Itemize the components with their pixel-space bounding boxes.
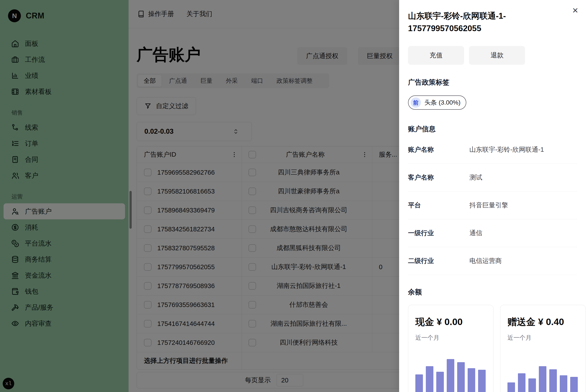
chart-bar bbox=[478, 370, 486, 392]
chart-bar bbox=[549, 369, 557, 392]
policy-badge-label: 头条 (3.00%) bbox=[424, 98, 460, 107]
account-info-fields: 账户名称 山东联宇-彩铃-欣网联通-1 客户名称 测试 平台 抖音巨量引擎 一级… bbox=[408, 136, 577, 275]
chart-bar bbox=[447, 359, 454, 392]
field-industry-l1: 一级行业 通信 bbox=[408, 219, 577, 247]
field-customer-name: 客户名称 测试 bbox=[408, 164, 577, 192]
gift-balance-period: 近一个月 bbox=[508, 334, 578, 342]
chart-bar bbox=[528, 378, 536, 392]
balance-cards: 现金 ¥ 0.00 近一个月 赠送金 ¥ 0.40 近一个月 bbox=[408, 305, 577, 392]
close-icon[interactable]: ✕ bbox=[572, 7, 579, 14]
field-label: 二级行业 bbox=[408, 256, 470, 266]
field-label: 客户名称 bbox=[408, 173, 470, 182]
drawer-title-line2: 1757799570562055 bbox=[408, 22, 553, 35]
field-value: 电信运营商 bbox=[470, 256, 502, 266]
chart-bar bbox=[560, 375, 567, 392]
chart-bar bbox=[457, 362, 465, 392]
chart-bar bbox=[415, 374, 423, 392]
refund-button[interactable]: 退款 bbox=[469, 46, 525, 65]
policy-section-heading: 广告政策标签 bbox=[408, 78, 577, 87]
policy-badge: 前 头条 (3.00%) bbox=[408, 96, 466, 110]
field-account-name: 账户名称 山东联宇-彩铃-欣网联通-1 bbox=[408, 136, 577, 164]
gift-balance-amount: 赠送金 ¥ 0.40 bbox=[508, 315, 578, 329]
policy-badge-prefix: 前 bbox=[411, 98, 421, 108]
field-value: 测试 bbox=[470, 173, 482, 182]
field-value: 通信 bbox=[470, 229, 482, 238]
chart-bar bbox=[518, 373, 526, 392]
drawer-title: 山东联宇-彩铃-欣网联通-1- 1757799570562055 bbox=[408, 10, 577, 34]
recharge-button[interactable]: 充值 bbox=[408, 46, 464, 65]
app-window: N CRM 面板 工作流 业绩 素材看板 销售 线索 bbox=[0, 0, 586, 392]
field-label: 账户名称 bbox=[408, 145, 470, 154]
drawer-actions: 充值 退款 bbox=[408, 46, 577, 65]
balance-section-heading: 余额 bbox=[408, 288, 577, 297]
field-value: 抖音巨量引擎 bbox=[470, 201, 508, 210]
field-platform: 平台 抖音巨量引擎 bbox=[408, 192, 577, 219]
chart-bar bbox=[570, 377, 578, 392]
chart-bar bbox=[426, 366, 434, 392]
cash-balance-card: 现金 ¥ 0.00 近一个月 bbox=[408, 305, 494, 392]
field-value: 山东联宇-彩铃-欣网联通-1 bbox=[470, 145, 544, 154]
field-industry-l2: 二级行业 电信运营商 bbox=[408, 247, 577, 275]
gift-balance-card: 赠送金 ¥ 0.40 近一个月 bbox=[500, 305, 586, 392]
cash-trend-chart bbox=[415, 355, 486, 392]
cash-balance-amount: 现金 ¥ 0.00 bbox=[415, 315, 486, 329]
field-label: 平台 bbox=[408, 201, 470, 210]
chart-bar bbox=[436, 372, 444, 392]
account-info-heading: 账户信息 bbox=[408, 124, 577, 134]
drawer-title-line1: 山东联宇-彩铃-欣网联通-1- bbox=[408, 10, 553, 22]
chart-bar bbox=[468, 368, 475, 392]
account-detail-drawer: ✕ 山东联宇-彩铃-欣网联通-1- 1757799570562055 充值 退款… bbox=[399, 0, 586, 392]
cash-balance-period: 近一个月 bbox=[415, 334, 486, 342]
field-label: 一级行业 bbox=[408, 229, 470, 238]
gift-trend-chart bbox=[508, 355, 578, 392]
chart-bar bbox=[539, 366, 546, 392]
chart-bar bbox=[508, 382, 515, 392]
